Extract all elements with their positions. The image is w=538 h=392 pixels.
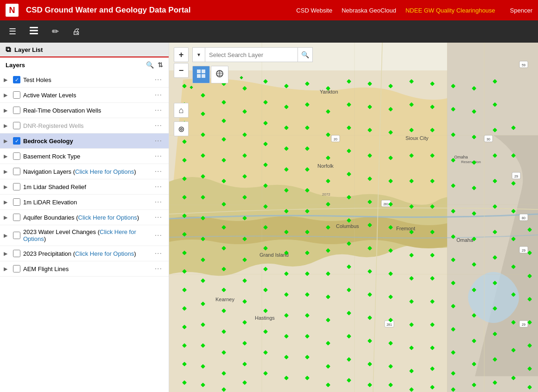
filter-layers-icon[interactable]: ⇅ <box>158 61 163 69</box>
basemap-icon <box>197 70 205 80</box>
layer-options-aem-flight-lines[interactable]: ··· <box>153 265 164 273</box>
layer-name-dnr-wells: DNR-Registered Wells <box>23 122 150 129</box>
home-button[interactable]: ⌂ <box>174 103 189 118</box>
layer-checkbox-bedrock-geology[interactable] <box>13 137 20 145</box>
layer-options-active-water-levels[interactable]: ··· <box>153 91 164 99</box>
layer-item-precipitation[interactable]: ▶ 2023 Precipitation (Click Here for Opt… <box>0 246 169 261</box>
nav-nebraska-geocoud[interactable]: Nebraska GeoCloud <box>342 7 396 14</box>
layer-options-bedrock-geology[interactable]: ··· <box>153 137 164 145</box>
svg-text:Columbus: Columbus <box>336 223 359 229</box>
expand-icon: ▶ <box>4 92 10 98</box>
layer-checkbox-test-holes[interactable] <box>13 76 20 83</box>
layer-name-bedrock-geology: Bedrock Geology <box>23 138 150 145</box>
layer-item-lidar-shaded[interactable]: ▶ 1m Lidar Shaded Relief ··· <box>0 179 169 195</box>
layer-options-real-time-wells[interactable]: ··· <box>153 106 164 114</box>
layer-options-dnr-wells[interactable]: ··· <box>153 121 164 130</box>
layer-checkbox-navigation-layers[interactable] <box>13 168 20 175</box>
layer-options-lidar-shaded[interactable]: ··· <box>153 183 164 191</box>
expand-icon: ▶ <box>4 215 10 221</box>
draw-button[interactable]: ✏ <box>46 23 64 40</box>
zoom-in-button[interactable]: + <box>174 47 189 62</box>
layer-item-dnr-wells[interactable]: ▶ DNR-Registered Wells ··· <box>0 118 169 133</box>
layer-item-basement-rock[interactable]: ▶ Basement Rock Type ··· <box>0 149 169 164</box>
app-title: CSD Ground Water and Geology Data Portal <box>26 6 289 15</box>
svg-rect-297 <box>202 70 205 73</box>
search-submit-button[interactable]: 🔍 <box>298 47 313 62</box>
print-icon: 🖨 <box>72 27 81 37</box>
layer-checkbox-precipitation[interactable] <box>13 250 20 257</box>
search-input[interactable] <box>205 47 298 62</box>
layer-checkbox-aquifer-boundaries[interactable] <box>13 214 20 221</box>
svg-text:29: 29 <box>514 175 518 178</box>
layer-checkbox-water-level-changes[interactable] <box>13 232 20 239</box>
expand-icon: ▶ <box>4 266 10 272</box>
search-layers-icon[interactable]: 🔍 <box>146 61 154 69</box>
layer-options-water-level-changes[interactable]: ··· <box>153 231 164 240</box>
layer-checkbox-aem-flight-lines[interactable] <box>13 265 20 272</box>
layer-item-aem-flight-lines[interactable]: ▶ AEM Flight Lines ··· <box>0 261 169 277</box>
sidebar-header: ⧉ Layer List <box>0 43 169 57</box>
sidebar-header-label: Layer List <box>14 46 43 53</box>
main-area: ⧉ Layer List Layers 🔍 ⇅ ▶ Test Holes ···… <box>0 43 538 392</box>
layer-checkbox-dnr-wells[interactable] <box>13 122 20 129</box>
expand-icon: ▶ <box>4 199 10 205</box>
layer-item-lidar-elevation[interactable]: ▶ 1m LiDAR Elevation ··· <box>0 195 169 210</box>
search-dropdown[interactable]: ▾ <box>192 47 205 62</box>
svg-text:Omaha: Omaha <box>456 237 474 243</box>
layer-name-lidar-elevation: 1m LiDAR Elevation <box>23 199 150 206</box>
layer-options-navigation-layers[interactable]: ··· <box>153 167 164 176</box>
svg-rect-298 <box>197 74 201 78</box>
menu-icon: ☰ <box>9 26 16 37</box>
layer-checkbox-active-water-levels[interactable] <box>13 91 20 99</box>
feature-table-button[interactable] <box>211 66 228 83</box>
layer-options-test-holes[interactable]: ··· <box>153 76 164 84</box>
layers-title: Layers <box>6 62 25 69</box>
expand-icon: ▶ <box>4 153 10 159</box>
layer-item-water-level-changes[interactable]: ▶ 2023 Water Level Changes (Click Here f… <box>0 225 169 246</box>
svg-rect-2 <box>30 33 38 34</box>
map-extra-buttons <box>192 66 228 83</box>
svg-text:281: 281 <box>386 323 392 326</box>
map-container[interactable]: 281 281 29 29 29 80 18 59 20 30 Yankton … <box>169 43 538 392</box>
layer-item-bedrock-geology[interactable]: ▶ Bedrock Geology ··· <box>0 133 169 149</box>
locate-icon: ◎ <box>178 125 184 133</box>
layer-item-real-time-wells[interactable]: ▶ Real-Time Observation Wells ··· <box>0 103 169 118</box>
sidebar: ⧉ Layer List Layers 🔍 ⇅ ▶ Test Holes ···… <box>0 43 169 392</box>
aquifer-link[interactable]: Click Here for Options <box>78 214 137 221</box>
menu-button[interactable]: ☰ <box>4 23 21 40</box>
svg-text:Sioux City: Sioux City <box>405 135 429 141</box>
layer-item-aquifer-boundaries[interactable]: ▶ Aquifer Boundaries (Click Here for Opt… <box>0 210 169 225</box>
svg-text:59: 59 <box>522 63 525 67</box>
layer-options-basement-rock[interactable]: ··· <box>153 152 164 160</box>
zoom-out-button[interactable]: − <box>174 63 189 78</box>
layer-options-lidar-elevation[interactable]: ··· <box>153 198 164 206</box>
top-nav-links: CSD Website Nebraska GeoCloud NDEE GW Qu… <box>296 7 495 14</box>
nav-ndee[interactable]: NDEE GW Quality Clearinghouse <box>405 7 495 14</box>
svg-rect-1 <box>30 30 38 31</box>
expand-icon: ▶ <box>4 251 10 257</box>
svg-text:Omaha: Omaha <box>454 155 468 159</box>
svg-text:Reservation: Reservation <box>461 160 481 164</box>
layer-options-aquifer-boundaries[interactable]: ··· <box>153 213 164 221</box>
layers-icon <box>29 25 39 38</box>
layer-item-test-holes[interactable]: ▶ Test Holes ··· <box>0 72 169 88</box>
nav-csd-website[interactable]: CSD Website <box>296 7 332 14</box>
layer-options-precipitation[interactable]: ··· <box>153 249 164 258</box>
print-button[interactable]: 🖨 <box>68 23 85 40</box>
layer-item-navigation-layers[interactable]: ▶ Navigation Layers (Click Here for Opti… <box>0 164 169 179</box>
layer-checkbox-lidar-shaded[interactable] <box>13 183 20 190</box>
expand-icon: ▶ <box>4 169 10 175</box>
svg-rect-299 <box>202 74 205 78</box>
navigation-layers-link[interactable]: Click Here for Options <box>75 168 134 175</box>
layer-checkbox-basement-rock[interactable] <box>13 152 20 160</box>
layer-checkbox-real-time-wells[interactable] <box>13 107 20 114</box>
layer-item-active-water-levels[interactable]: ▶ Active Water Levels ··· <box>0 88 169 103</box>
basemap-gallery-button[interactable] <box>192 66 210 83</box>
layer-checkbox-lidar-elevation[interactable] <box>13 198 20 206</box>
svg-rect-0 <box>30 27 38 28</box>
layers-button[interactable] <box>25 23 43 40</box>
svg-text:2072: 2072 <box>322 192 330 196</box>
water-level-link[interactable]: Click Here for Options <box>23 228 136 242</box>
locate-button[interactable]: ◎ <box>174 121 189 136</box>
precipitation-link[interactable]: Click Here for Options <box>75 250 134 257</box>
